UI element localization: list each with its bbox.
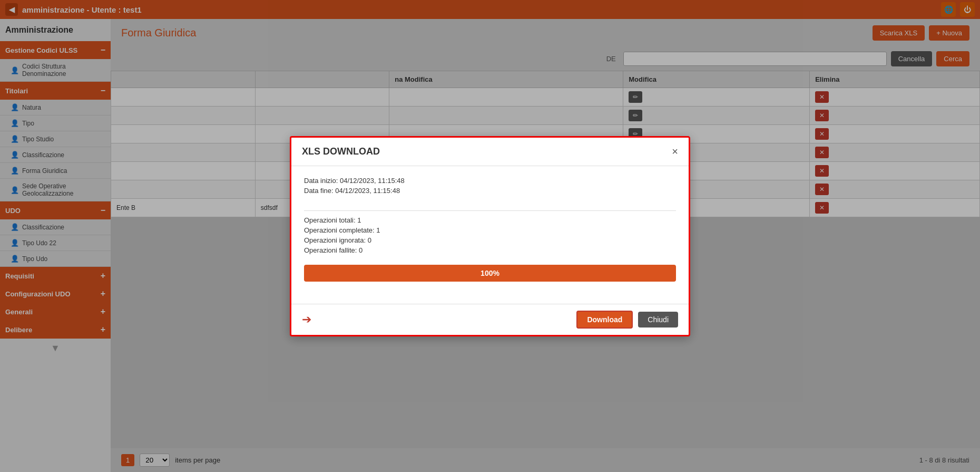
xls-download-modal: XLS DOWNLOAD × Data inizio: 04/12/2023, … <box>290 136 690 336</box>
operazioni-totali: Operazioni totali: 1 <box>304 216 676 224</box>
data-fine: Data fine: 04/12/2023, 11:15:48 <box>304 187 676 195</box>
operazioni-ignorata: Operazioni ignorata: 0 <box>304 236 676 244</box>
modal-body: Data inizio: 04/12/2023, 11:15:48 Data f… <box>291 166 689 304</box>
operazioni-completate: Operazioni completate: 1 <box>304 226 676 234</box>
modal-header: XLS DOWNLOAD × <box>291 138 689 166</box>
modal-overlay: XLS DOWNLOAD × Data inizio: 04/12/2023, … <box>0 0 980 472</box>
chiudi-button[interactable]: Chiudi <box>638 312 678 327</box>
modal-dates: Data inizio: 04/12/2023, 11:15:48 Data f… <box>304 177 676 197</box>
modal-close-button[interactable]: × <box>672 146 678 157</box>
download-button[interactable]: Download <box>576 311 633 329</box>
modal-title: XLS DOWNLOAD <box>302 146 380 157</box>
progress-bar: 100% <box>304 265 676 282</box>
operazioni-fallite: Operazioni fallite: 0 <box>304 246 676 254</box>
progress-bar-container: 100% <box>304 265 676 282</box>
modal-footer: ➔ Download Chiudi <box>291 304 689 335</box>
modal-stats: Operazioni totali: 1 Operazioni completa… <box>304 216 676 256</box>
data-inizio: Data inizio: 04/12/2023, 11:15:48 <box>304 177 676 185</box>
arrow-indicator: ➔ <box>302 313 311 326</box>
arrow-right-icon: ➔ <box>302 313 311 326</box>
divider <box>304 210 676 211</box>
